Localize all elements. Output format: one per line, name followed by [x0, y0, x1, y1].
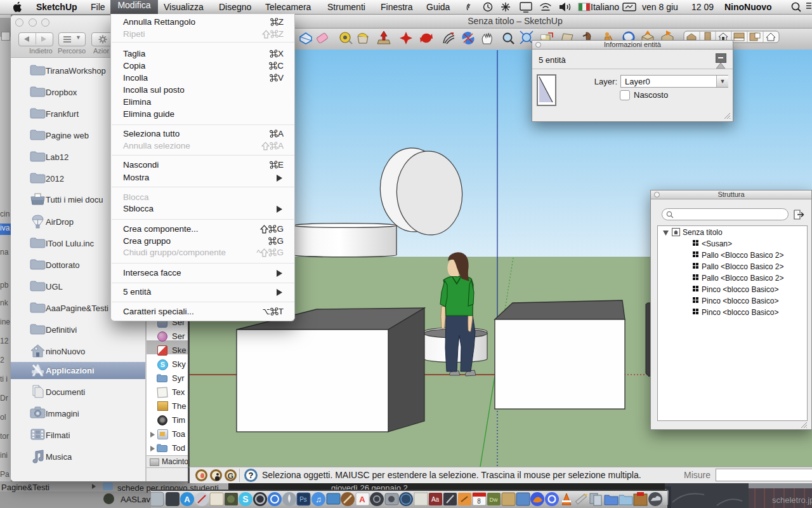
svg-text:A: A: [359, 495, 365, 504]
svg-text:Dw: Dw: [490, 497, 498, 503]
svg-text:♫: ♫: [315, 495, 322, 504]
svg-text:A: A: [184, 495, 190, 504]
svg-text:scheletro.jp: scheletro.jp: [772, 495, 812, 505]
svg-text:8: 8: [477, 498, 481, 505]
svg-text:S: S: [242, 494, 248, 504]
svg-text:Aa: Aa: [431, 496, 440, 503]
svg-text:Ps: Ps: [299, 496, 307, 503]
